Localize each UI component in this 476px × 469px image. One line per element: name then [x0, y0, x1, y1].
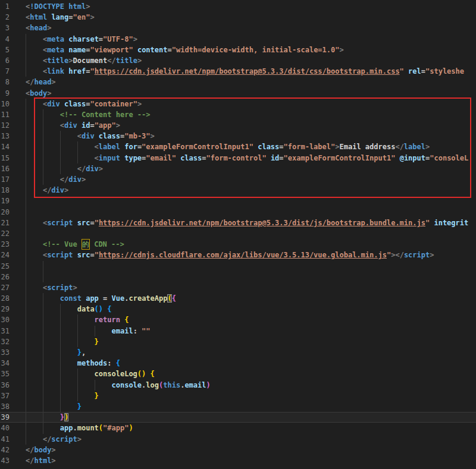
line-number[interactable]: 30 [0, 314, 10, 325]
code-line[interactable]: 31 email: "" [0, 326, 476, 336]
indent-guide [77, 314, 78, 325]
line-number[interactable]: 19 [0, 196, 10, 206]
code-line[interactable]: 3<head> [0, 23, 476, 33]
code-line[interactable]: 39 }) [0, 412, 476, 423]
line-number[interactable]: 5 [0, 45, 10, 55]
indent-guide [26, 423, 26, 433]
code-line[interactable]: 30 return { [0, 314, 476, 325]
code-line[interactable]: 10 <div class="container"> [0, 99, 476, 109]
line-number[interactable]: 40 [0, 423, 10, 433]
code-line[interactable]: 22 [0, 228, 476, 239]
code-line[interactable]: 5 <meta name="viewport" content="width=d… [0, 45, 476, 55]
code-line[interactable]: 33 }, [0, 347, 476, 358]
code-line-content: } [26, 391, 476, 401]
line-number[interactable]: 28 [0, 293, 10, 304]
indent-guide [43, 109, 43, 120]
code-line[interactable]: 17 </div> [0, 174, 476, 185]
line-number[interactable]: 43 [0, 455, 10, 466]
code-line[interactable]: 32 } [0, 336, 476, 347]
code-line[interactable]: 20 [0, 207, 476, 218]
code-line[interactable]: 37 } [0, 391, 476, 401]
code-line[interactable]: 7 <link href="https://cdn.jsdelivr.net/n… [0, 66, 476, 77]
line-number[interactable]: 8 [0, 77, 10, 87]
line-number[interactable]: 25 [0, 261, 10, 272]
code-line[interactable]: 2<html lang="en"> [0, 12, 476, 23]
code-line[interactable]: 13 <div class="mb-3"> [0, 131, 476, 141]
line-number[interactable]: 14 [0, 141, 10, 152]
line-number[interactable]: 20 [0, 207, 10, 218]
line-number[interactable]: 11 [0, 109, 10, 120]
code-line[interactable]: 40 app.mount("#app") [0, 423, 476, 433]
line-number[interactable]: 13 [0, 131, 10, 141]
line-number[interactable]: 21 [0, 218, 10, 228]
code-line[interactable]: 34 methods: { [0, 358, 476, 369]
code-line[interactable]: 9<body> [0, 88, 476, 99]
code-token: > [64, 186, 68, 194]
code-line[interactable]: 8</head> [0, 77, 476, 87]
code-line[interactable]: 1<!DOCTYPE html> [0, 1, 476, 12]
line-number[interactable]: 3 [0, 23, 10, 33]
line-number[interactable]: 36 [0, 380, 10, 391]
code-line[interactable]: 24 <script src="https://cdnjs.cloudflare… [0, 250, 476, 260]
code-token: > [90, 13, 94, 21]
line-number[interactable]: 23 [0, 239, 10, 250]
code-line[interactable]: 41 </script> [0, 434, 476, 445]
code-line[interactable]: 21 <script src="https://cdn.jsdelivr.net… [0, 218, 476, 228]
line-number[interactable]: 27 [0, 282, 10, 293]
line-number[interactable]: 7 [0, 66, 10, 77]
line-number[interactable]: 15 [0, 153, 10, 163]
code-line[interactable]: 27 <script> [0, 282, 476, 293]
line-number[interactable]: 38 [0, 401, 10, 412]
line-number[interactable]: 10 [0, 99, 10, 109]
code-line[interactable]: 35 consoleLog() { [0, 369, 476, 379]
code-line[interactable]: 4 <meta charset="UTF-8"> [0, 34, 476, 45]
code-line[interactable]: 38 } [0, 401, 476, 412]
code-line[interactable]: 43</html> [0, 455, 476, 466]
code-line[interactable]: 15 <input type="email" class="form-contr… [0, 153, 476, 163]
line-number[interactable]: 24 [0, 250, 10, 260]
code-token: meta [47, 46, 64, 54]
line-number[interactable]: 37 [0, 391, 10, 401]
code-line[interactable]: 42</body> [0, 445, 476, 455]
code-line[interactable]: 12 <div id="app"> [0, 120, 476, 131]
code-line[interactable]: 26 [0, 272, 476, 282]
line-number[interactable]: 16 [0, 163, 10, 174]
line-number[interactable]: 26 [0, 272, 10, 282]
line-number[interactable]: 4 [0, 34, 10, 45]
line-number[interactable]: 34 [0, 358, 10, 369]
code-line[interactable]: 18 </div> [0, 185, 476, 196]
line-number[interactable]: 33 [0, 347, 10, 358]
line-number[interactable]: 41 [0, 434, 10, 445]
line-number[interactable]: 35 [0, 369, 10, 379]
code-line[interactable]: 25 [0, 261, 476, 272]
code-token: < [95, 143, 99, 151]
code-line[interactable]: 6 <title>Document</title> [0, 55, 476, 66]
code-token: { [172, 294, 176, 303]
line-number[interactable]: 1 [0, 1, 10, 12]
line-number[interactable]: 6 [0, 55, 10, 66]
code-line[interactable]: 29 data() { [0, 304, 476, 314]
code-line[interactable]: 16 </div> [0, 163, 476, 174]
code-line[interactable]: 11 <!-- Content here --> [0, 109, 476, 120]
code-token [26, 165, 77, 173]
line-number[interactable]: 39 [0, 412, 10, 423]
code-line[interactable]: 28 const app = Vue.createApp({ [0, 293, 476, 304]
line-number[interactable]: 12 [0, 120, 10, 131]
code-line[interactable]: 19 [0, 196, 476, 206]
code-line[interactable]: 14 <label for="exampleFormControlInput1"… [0, 141, 476, 152]
indent-guide [26, 272, 26, 282]
indent-guide [43, 293, 43, 304]
line-number[interactable]: 29 [0, 304, 10, 314]
line-number[interactable]: 9 [0, 88, 10, 99]
line-number[interactable]: 17 [0, 174, 10, 185]
line-number[interactable]: 42 [0, 445, 10, 455]
line-number[interactable]: 31 [0, 326, 10, 336]
code-line[interactable]: 36 console.log(this.email) [0, 380, 476, 391]
line-number[interactable]: 32 [0, 336, 10, 347]
code-line[interactable]: 23 <!-- Vue 的 CDN --> [0, 239, 476, 250]
line-number[interactable]: 22 [0, 228, 10, 239]
line-number[interactable]: 2 [0, 12, 10, 23]
line-number[interactable]: 18 [0, 185, 10, 196]
code-token: , [82, 348, 86, 357]
code-token [26, 348, 77, 357]
